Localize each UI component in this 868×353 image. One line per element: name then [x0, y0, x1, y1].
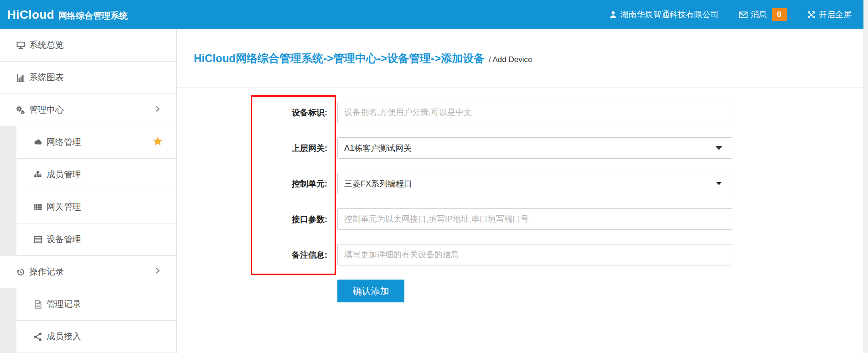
sidebar-item-admin-center[interactable]: 管理中心	[0, 94, 176, 126]
sidebar-item-label: 操作记录	[29, 266, 64, 278]
form-row: 接口参数:	[177, 208, 863, 230]
chevron-right-icon	[155, 105, 161, 115]
fullscreen-label: 开启全屏	[819, 9, 852, 20]
messages-button[interactable]: 消息 0	[739, 8, 787, 21]
sidebar-item-network-mgmt[interactable]: 网络管理	[16, 126, 176, 159]
sidebar-item-system-charts[interactable]: 系统图表	[0, 62, 176, 94]
sidebar-item-label: 成员管理	[46, 169, 81, 181]
expand-icon	[807, 10, 816, 19]
sidebar-item-label: 网关管理	[46, 201, 81, 213]
app-logo: HiCloud 网络综合管理系统	[7, 8, 128, 22]
form-row: 上层网关: A1栋客户测试网关	[177, 137, 863, 159]
confirm-add-button[interactable]: 确认添加	[337, 280, 404, 302]
company-name: 湖南华辰智通科技有限公司	[620, 9, 719, 20]
envelope-icon	[739, 10, 748, 19]
sidebar-item-label: 系统总览	[29, 39, 64, 51]
sidebar-item-operation-log[interactable]: 操作记录	[0, 256, 176, 288]
user-icon	[609, 10, 617, 19]
interface-params-field[interactable]	[337, 208, 732, 230]
sidebar-item-label: 设备管理	[46, 234, 81, 245]
topbar-right: 湖南华辰智通科技有限公司 消息 0 开启全屏	[609, 8, 852, 21]
chevron-right-icon	[155, 267, 161, 277]
control-unit-label: 控制单元:	[177, 178, 337, 189]
sidebar-item-label: 系统图表	[29, 72, 64, 83]
calendar-icon	[33, 234, 43, 244]
document-icon	[33, 299, 43, 309]
fullscreen-button[interactable]: 开启全屏	[807, 9, 852, 20]
grid-icon	[33, 202, 43, 212]
sidebar-item-member-access[interactable]: 成员接入	[16, 321, 176, 353]
cloud-icon	[33, 137, 43, 147]
sitemap-icon	[33, 170, 43, 180]
form-row: 备注信息:	[177, 244, 863, 265]
parent-gateway-value: A1栋客户测试网关	[344, 143, 715, 154]
sidebar-item-label: 管理记录	[46, 298, 81, 310]
share-icon	[33, 332, 43, 342]
sidebar-item-label: 管理中心	[29, 104, 64, 116]
caret-down-icon	[716, 182, 722, 185]
control-unit-select[interactable]: 三菱FX系列编程口	[337, 173, 732, 194]
cogs-icon	[16, 105, 26, 115]
sidebar-item-label: 成员接入	[46, 331, 81, 343]
sidebar-item-admin-log[interactable]: 管理记录	[16, 288, 176, 321]
breadcrumb-suffix: / Add Device	[489, 52, 532, 64]
brand-suffix: 网络综合管理系统	[58, 10, 128, 22]
remarks-field[interactable]	[337, 244, 732, 265]
sidebar-item-member-mgmt[interactable]: 成员管理	[16, 159, 176, 191]
sidebar-item-gateway-mgmt[interactable]: 网关管理	[16, 191, 176, 223]
form-row: 设备标识:	[177, 102, 863, 123]
desktop-icon	[16, 40, 26, 50]
caret-down-icon	[715, 146, 723, 150]
company-account[interactable]: 湖南华辰智通科技有限公司	[609, 9, 719, 20]
messages-label: 消息	[751, 9, 767, 20]
add-device-form: 设备标识: 上层网关: A1栋客户测试网关 控制单元: 三菱FX系列编程口 接口…	[177, 88, 863, 302]
brand-name: HiCloud	[7, 8, 54, 22]
sidebar-item-device-mgmt[interactable]: 设备管理	[16, 223, 176, 256]
main-content: HiCloud网络综合管理系统->管理中心->设备管理->添加设备 / Add …	[177, 29, 863, 353]
history-icon	[16, 267, 26, 277]
parent-gateway-select[interactable]: A1栋客户测试网关	[337, 137, 732, 159]
form-row: 控制单元: 三菱FX系列编程口	[177, 173, 863, 194]
device-id-label: 设备标识:	[177, 107, 337, 118]
interface-params-label: 接口参数:	[177, 214, 337, 225]
bar-chart-icon	[16, 73, 26, 83]
parent-gateway-label: 上层网关:	[177, 143, 337, 154]
breadcrumb-path[interactable]: HiCloud网络综合管理系统->管理中心->设备管理->添加设备	[194, 51, 485, 66]
breadcrumb: HiCloud网络综合管理系统->管理中心->设备管理->添加设备 / Add …	[177, 29, 863, 88]
sidebar: 系统总览 系统图表	[0, 29, 177, 353]
messages-count-badge: 0	[772, 8, 787, 21]
remarks-label: 备注信息:	[177, 249, 337, 260]
submit-row: 确认添加	[177, 280, 863, 302]
vertical-scrollbar[interactable]	[863, 0, 868, 353]
sidebar-item-label: 网络管理	[46, 136, 81, 148]
star-icon	[153, 136, 163, 149]
device-id-field[interactable]	[337, 102, 732, 123]
control-unit-value: 三菱FX系列编程口	[344, 178, 716, 189]
sidebar-item-system-overview[interactable]: 系统总览	[0, 29, 176, 62]
topbar: HiCloud 网络综合管理系统 湖南华辰智通科技有限公司 消息 0 开启全屏	[0, 0, 863, 29]
